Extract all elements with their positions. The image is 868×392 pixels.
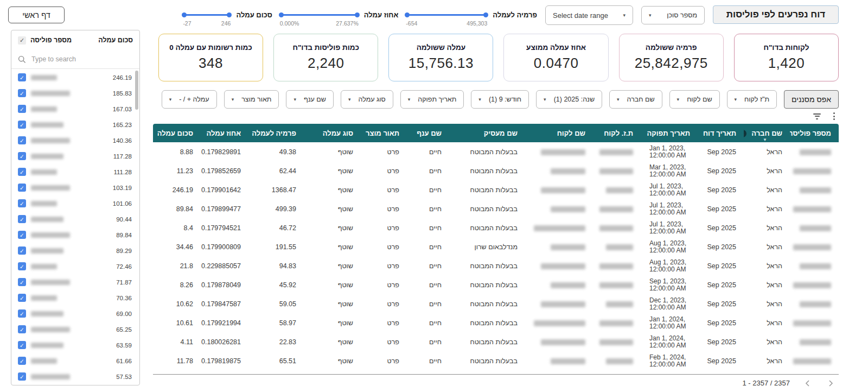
slider-handle-max[interactable]	[483, 12, 488, 17]
checkbox-checked[interactable]: ✓	[18, 121, 26, 129]
checkbox-checked[interactable]: ✓	[18, 262, 26, 270]
filter-dropdown[interactable]: שם ענף ▾	[286, 90, 334, 109]
checkbox-checked[interactable]: ✓	[18, 152, 26, 160]
col-header-product-description[interactable]: תאור מוצר	[361, 124, 407, 142]
policy-list-item[interactable]: ✓ 246.19	[11, 69, 139, 85]
checkbox-checked[interactable]: ✓	[18, 325, 26, 333]
col-header-client-name[interactable]: שם לקוח	[525, 124, 593, 142]
col-header-client-id[interactable]: ת.ז. לקוח	[593, 124, 641, 142]
col-header-policy-number[interactable]: מספר פוליסה	[790, 124, 839, 142]
filter-dropdown[interactable]: סוג עמלה ▾	[341, 90, 393, 109]
slider-handle-min[interactable]	[182, 12, 187, 17]
table-row[interactable]: הראל Sep 2025 Sep 1, 2023, 12:00:00 AM ב…	[153, 275, 839, 294]
policy-list-item[interactable]: ✓ 140.36	[11, 132, 139, 148]
policy-search-input[interactable]	[30, 55, 119, 64]
slider[interactable]: -654 495,303	[406, 8, 487, 27]
checkbox-checked[interactable]: ✓	[18, 278, 26, 286]
checkbox-checked[interactable]: ✓	[18, 357, 26, 365]
col-header-commission-type[interactable]: סוג עמלה	[304, 124, 361, 142]
policy-list-item[interactable]: ✓ 165.23	[11, 117, 139, 132]
slider-handle-max[interactable]	[355, 12, 360, 17]
policy-list-item[interactable]: ✓ 90.44	[11, 211, 139, 227]
table-row[interactable]: הראל Sep 2025 Jan 1, 2023, 12:00:00 AM ב…	[153, 142, 839, 161]
slider-track[interactable]	[183, 14, 231, 16]
filter-dropdown[interactable]: תאריך תפוקה ▾	[400, 90, 464, 109]
filter-dropdown[interactable]: חודש: 9 (1) ▾	[471, 90, 529, 109]
table-row[interactable]: הראל Sep 2025 Mar 1, 2023, 12:00:00 AM ב…	[153, 161, 839, 180]
filter-dropdown[interactable]: תאור מוצר ▾	[224, 90, 279, 109]
date-range-dropdown[interactable]: Select date range ▾	[545, 5, 633, 25]
table-row[interactable]: הראל Sep 2025 Jan 1, 2024, 12:00:00 AM ב…	[153, 332, 839, 351]
table-row[interactable]: הראל Sep 2025 Jul 1, 2023, 12:00:00 AM ב…	[153, 199, 839, 218]
home-page-button[interactable]: דף ראשי	[8, 7, 65, 23]
col-header-employer-name[interactable]: שם מעסיק	[449, 124, 525, 142]
select-all-checkbox[interactable]: ✓	[18, 36, 26, 45]
policy-list-item[interactable]: ✓ 117.28	[11, 148, 139, 164]
filter-dropdown[interactable]: ת"ז לקוח ▾	[727, 90, 777, 109]
slider[interactable]: 0.000% 27.637%	[280, 8, 359, 27]
table-row[interactable]: הראל Sep 2025 Aug 1, 2023, 12:00:00 AM מ…	[153, 237, 839, 256]
scrollbar-thumb[interactable]	[135, 71, 138, 110]
slider-handle-min[interactable]	[405, 12, 410, 17]
policy-list-item[interactable]: ✓ 167.03	[11, 101, 139, 117]
policy-list-item[interactable]: ✓ 89.84	[11, 227, 139, 243]
checkbox-checked[interactable]: ✓	[18, 372, 26, 381]
checkbox-checked[interactable]: ✓	[18, 89, 26, 97]
col-header-premium-for-commission[interactable]: פרמיה לעמלה	[248, 124, 304, 142]
checkbox-checked[interactable]: ✓	[18, 199, 26, 207]
policy-list-item[interactable]: ✓ 89.29	[11, 243, 139, 258]
checkbox-checked[interactable]: ✓	[18, 309, 26, 318]
col-header-production-date[interactable]: תאריך תפוקה	[641, 124, 698, 142]
filter-dropdown[interactable]: שם לקוח ▾	[669, 90, 720, 109]
checkbox-checked[interactable]: ✓	[18, 215, 26, 223]
slider-handle-max[interactable]	[227, 12, 232, 17]
next-page-icon[interactable]	[826, 378, 835, 388]
table-row[interactable]: הראל Sep 2025 Jul 1, 2023, 12:00:00 AM ב…	[153, 180, 839, 199]
checkbox-checked[interactable]: ✓	[18, 73, 26, 81]
policy-list-item[interactable]: ✓ 63.59	[11, 337, 139, 353]
filter-dropdown[interactable]: שנה: 2025 (1) ▾	[536, 90, 602, 109]
filter-list-icon[interactable]	[813, 113, 821, 119]
policy-list-item[interactable]: ✓ 103.19	[11, 180, 139, 195]
table-row[interactable]: הראל Sep 2025 Aug 1, 2023, 12:00:00 AM ב…	[153, 256, 839, 275]
previous-page-icon[interactable]	[803, 378, 813, 388]
table-row[interactable]: הראל Sep 2025 Dec 1, 2023, 12:00:00 AM ב…	[153, 294, 839, 313]
col-header-company-name[interactable]: שם חברה 2 ▼	[744, 124, 790, 142]
table-row[interactable]: הראל Sep 2025 Jan 1, 2024, 12:00:00 AM ב…	[153, 313, 839, 332]
policy-list-item[interactable]: ✓ 69.00	[11, 306, 139, 321]
policy-list-item[interactable]: ✓ 111.28	[11, 164, 139, 180]
policy-list-item[interactable]: ✓ 70.36	[11, 290, 139, 306]
col-header-commission-amount[interactable]: סכום עמלה	[153, 124, 201, 142]
policy-list-item[interactable]: ✓ 185.83	[11, 85, 139, 101]
col-header-commission-percent[interactable]: אחוז עמלה	[201, 124, 248, 142]
policy-list-item[interactable]: ✓ 61.66	[11, 353, 139, 369]
filter-dropdown[interactable]: עמלה + / - ▾	[162, 90, 217, 109]
checkbox-checked[interactable]: ✓	[18, 184, 26, 192]
reset-filters-button[interactable]: אפס מסננים	[784, 90, 839, 109]
slider-track[interactable]	[406, 14, 487, 16]
checkbox-checked[interactable]: ✓	[18, 105, 26, 113]
checkbox-checked[interactable]: ✓	[18, 246, 26, 255]
slider-track[interactable]	[280, 14, 359, 16]
policy-list-item[interactable]: ✓ 57.53	[11, 369, 139, 384]
checkbox-checked[interactable]: ✓	[18, 341, 26, 349]
filter-dropdown-label: ת"ז לקוח	[744, 96, 769, 103]
cell-premium-for-commission: 22.83	[248, 332, 304, 351]
col-header-report-date[interactable]: תאריך דוח	[698, 124, 744, 142]
policy-list-item[interactable]: ✓ 65.25	[11, 321, 139, 337]
checkbox-checked[interactable]: ✓	[18, 136, 26, 144]
checkbox-checked[interactable]: ✓	[18, 231, 26, 239]
policy-list-item[interactable]: ✓ 72.46	[11, 258, 139, 274]
policy-list-item[interactable]: ✓ 71.87	[11, 274, 139, 290]
col-header-branch-name[interactable]: שם ענף	[407, 124, 449, 142]
table-row[interactable]: הראל Sep 2025 Feb 1, 2024, 12:00:00 AM ב…	[153, 351, 839, 370]
checkbox-checked[interactable]: ✓	[18, 294, 26, 302]
policy-list-item[interactable]: ✓ 101.06	[11, 195, 139, 211]
agent-number-dropdown[interactable]: מספר סוכן ▾	[641, 6, 705, 24]
slider-handle-min[interactable]	[279, 12, 284, 17]
filter-dropdown[interactable]: שם חברה ▾	[609, 90, 662, 109]
checkbox-checked[interactable]: ✓	[18, 168, 26, 176]
more-options-icon[interactable]	[832, 112, 837, 120]
table-row[interactable]: הראל Sep 2025 Jul 1, 2023, 12:00:00 AM ב…	[153, 218, 839, 237]
slider[interactable]: -27 246	[183, 8, 231, 27]
